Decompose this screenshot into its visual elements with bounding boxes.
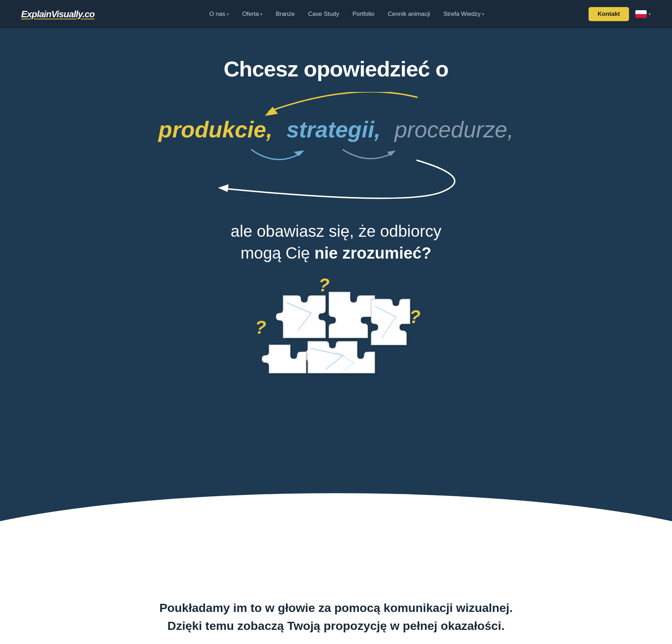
chevron-down-icon: ▾ bbox=[482, 12, 484, 17]
word-strategii: strategii, bbox=[286, 117, 380, 143]
flag-poland bbox=[635, 10, 647, 18]
language-selector[interactable]: ▾ bbox=[635, 10, 651, 18]
nav-item-casestudy[interactable]: Case Study bbox=[308, 11, 339, 18]
svg-marker-0 bbox=[265, 107, 278, 116]
hero-subtitle: ale obawiasz się, że odbiorcy mogą Cię n… bbox=[231, 220, 441, 264]
svg-marker-1 bbox=[294, 150, 304, 156]
nav-links: O nas ▾ Oferta ▾ Branże Case Study Portf… bbox=[119, 11, 574, 18]
hero-section: Chcesz opowiedzieć o produkcie, strategi… bbox=[0, 28, 672, 571]
nav-item-branze[interactable]: Branże bbox=[276, 11, 295, 18]
hero-title: Chcesz opowiedzieć o bbox=[224, 56, 448, 81]
puzzle-area: ? ? ? bbox=[248, 271, 424, 394]
navbar: ExplainVisually.co O nas ▾ Oferta ▾ Bran… bbox=[0, 0, 672, 28]
connecting-arrows-svg bbox=[160, 143, 512, 199]
logo[interactable]: ExplainVisually.co bbox=[21, 9, 94, 20]
word-produkcie: produkcie, bbox=[158, 117, 273, 143]
nav-item-cennik[interactable]: Cennik animacji bbox=[388, 11, 430, 18]
puzzle-svg bbox=[255, 281, 417, 387]
page-wrapper: ExplainVisually.co O nas ▾ Oferta ▾ Bran… bbox=[0, 0, 672, 644]
bottom-tagline: Poukładamy im to w głowie za pomocą komu… bbox=[125, 599, 547, 635]
chevron-down-icon: ▾ bbox=[227, 12, 229, 17]
words-line: produkcie, strategii, procedurze, bbox=[158, 117, 514, 143]
nav-right: Kontakt ▾ bbox=[589, 7, 651, 21]
svg-marker-3 bbox=[218, 184, 229, 192]
bottom-section: Poukładamy im to w głowie za pomocą komu… bbox=[0, 571, 672, 644]
connecting-arrows bbox=[160, 143, 512, 199]
yellow-arrow-svg bbox=[178, 92, 494, 120]
word-procedurze: procedurze, bbox=[394, 117, 514, 143]
nav-item-strefa[interactable]: Strefa Wiedzy ▾ bbox=[443, 11, 484, 18]
chevron-down-icon: ▾ bbox=[649, 12, 651, 17]
chevron-down-icon: ▾ bbox=[260, 12, 262, 17]
nav-item-portfolio[interactable]: Portfolio bbox=[353, 11, 374, 18]
nav-item-oferta[interactable]: Oferta ▾ bbox=[242, 11, 262, 18]
nav-item-onas[interactable]: O nas ▾ bbox=[209, 11, 229, 18]
yellow-arrow-container bbox=[178, 92, 494, 120]
kontakt-button[interactable]: Kontakt bbox=[589, 7, 629, 21]
